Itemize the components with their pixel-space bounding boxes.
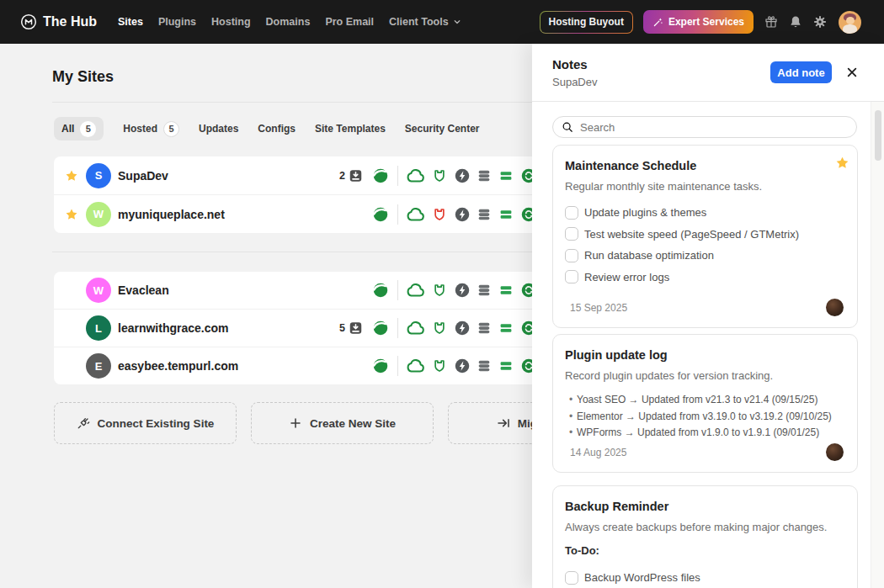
notes-panel-title: Notes	[552, 57, 588, 72]
notes-search[interactable]	[552, 116, 857, 138]
performance-bolt-icon[interactable]	[455, 283, 470, 298]
note-title: Maintenance Schedule	[565, 159, 844, 172]
seo-bars-icon[interactable]	[498, 207, 514, 222]
updates-icon[interactable]	[349, 321, 363, 336]
chevron-down-icon	[452, 17, 462, 27]
hosting-cloud-icon[interactable]	[405, 318, 426, 339]
note-date: 15 Sep 2025	[570, 302, 627, 314]
icon-divider	[397, 356, 398, 376]
bullet-dot: •	[565, 409, 577, 426]
site-name[interactable]: SupaDev	[118, 169, 168, 183]
smush-plugin-icon[interactable]	[373, 168, 388, 183]
checkbox[interactable]	[565, 571, 578, 585]
favorite-star-icon[interactable]	[65, 208, 78, 221]
performance-bolt-icon[interactable]	[455, 168, 470, 183]
nav-item-pro-email[interactable]: Pro Email	[325, 16, 374, 28]
tab-configs[interactable]: Configs	[258, 123, 296, 135]
updates-count: 2	[320, 170, 345, 182]
backups-icon[interactable]	[477, 358, 492, 373]
performance-bolt-icon[interactable]	[455, 358, 470, 373]
site-name[interactable]: easybee.tempurl.com	[118, 359, 238, 373]
security-shield-icon[interactable]	[432, 168, 447, 183]
connect-existing-site-button[interactable]: Connect Existing Site	[54, 402, 237, 444]
notes-panel-subtitle: SupaDev	[552, 76, 597, 88]
note-card-plugin-update-log[interactable]: Plugin update log Record plugin updates …	[552, 334, 858, 473]
gift-icon[interactable]	[764, 15, 778, 29]
checklist-item: Update plugins & themes	[565, 202, 844, 224]
site-name[interactable]: learnwithgrace.com	[118, 321, 229, 335]
tab-hosted[interactable]: Hosted 5	[123, 121, 179, 137]
nav-item-client-tools[interactable]: Client Tools	[389, 16, 462, 28]
checklist-label: Run database optimization	[584, 249, 714, 262]
tab-updates[interactable]: Updates	[199, 123, 238, 135]
bullet-item: •Elementor → Updated from v3.19.0 to v3.…	[565, 409, 844, 426]
checkbox[interactable]	[565, 227, 578, 241]
expert-services-button[interactable]: Expert Services	[643, 10, 754, 34]
seo-bars-icon[interactable]	[498, 320, 514, 336]
create-new-site-label: Create New Site	[310, 417, 396, 430]
tab-all[interactable]: All 5	[54, 117, 104, 140]
close-icon[interactable]	[845, 66, 859, 79]
note-checklist: Update plugins & themes Test website spe…	[565, 202, 844, 288]
security-shield-icon[interactable]	[432, 320, 447, 336]
note-card-maintenance-schedule[interactable]: Maintenance Schedule Regular monthly sit…	[552, 145, 858, 328]
bullet-text: Yoast SEO → Updated from v21.3 to v21.4 …	[577, 392, 817, 409]
checklist-label: Update plugins & themes	[584, 206, 706, 219]
performance-bolt-icon[interactable]	[455, 207, 470, 222]
security-shield-icon[interactable]	[432, 283, 447, 298]
note-card-backup-reminder[interactable]: Backup Reminder Always create backups be…	[552, 485, 858, 588]
tab-all-count: 5	[80, 121, 96, 137]
checkbox[interactable]	[565, 270, 578, 283]
hosting-cloud-icon[interactable]	[405, 204, 426, 225]
notes-search-input[interactable]	[580, 121, 848, 134]
user-avatar[interactable]	[839, 11, 861, 34]
smush-plugin-icon[interactable]	[373, 283, 388, 298]
site-name[interactable]: Evaclean	[118, 283, 169, 297]
checkbox[interactable]	[565, 206, 578, 220]
hosting-cloud-icon[interactable]	[405, 165, 426, 186]
nav-item-plugins[interactable]: Plugins	[158, 16, 196, 28]
backups-icon[interactable]	[477, 283, 492, 298]
smush-plugin-icon[interactable]	[373, 207, 388, 222]
checklist-item: Run database optimization	[565, 245, 844, 267]
note-title: Backup Reminder	[565, 500, 844, 513]
backups-icon[interactable]	[477, 320, 492, 336]
favorite-star-icon[interactable]	[65, 169, 78, 183]
nav-item-domains[interactable]: Domains	[266, 16, 311, 28]
nav-item-client-tools-label: Client Tools	[389, 16, 449, 28]
tab-hosted-count: 5	[163, 121, 179, 137]
note-star-icon[interactable]	[835, 156, 849, 170]
site-name[interactable]: myuniqueplace.net	[118, 208, 225, 221]
hosting-buyout-button[interactable]: Hosting Buyout	[540, 11, 633, 34]
hosting-cloud-icon[interactable]	[405, 356, 426, 377]
smush-plugin-icon[interactable]	[373, 358, 388, 373]
security-shield-icon-alert[interactable]	[432, 207, 447, 222]
icon-divider	[397, 166, 398, 186]
hosting-cloud-icon[interactable]	[405, 280, 426, 301]
performance-bolt-icon[interactable]	[455, 320, 470, 336]
tab-security-center[interactable]: Security Center	[405, 123, 480, 135]
tab-site-templates[interactable]: Site Templates	[315, 123, 386, 135]
backups-icon[interactable]	[477, 168, 492, 183]
create-new-site-button[interactable]: Create New Site	[251, 402, 434, 444]
checkbox[interactable]	[565, 249, 578, 262]
seo-bars-icon[interactable]	[498, 168, 514, 183]
notes-scrollbar[interactable]	[871, 102, 884, 588]
notes-scrollbar-thumb[interactable]	[875, 110, 881, 161]
nav-item-sites[interactable]: Sites	[118, 16, 143, 28]
search-icon	[562, 121, 573, 133]
nav-item-hosting[interactable]: Hosting	[211, 16, 251, 28]
bell-icon[interactable]	[789, 15, 802, 29]
notes-panel-body: Maintenance Schedule Regular monthly sit…	[532, 102, 884, 588]
seo-bars-icon[interactable]	[498, 283, 514, 298]
backups-icon[interactable]	[477, 207, 492, 222]
app-logo[interactable]: The Hub	[20, 13, 97, 30]
smush-plugin-icon[interactable]	[373, 320, 388, 336]
bullet-text: WPForms → Updated from v1.9.0 to v1.9.1 …	[577, 425, 819, 442]
gear-icon[interactable]	[813, 15, 827, 29]
security-shield-icon[interactable]	[432, 358, 447, 373]
add-note-button[interactable]: Add note	[770, 61, 832, 83]
updates-icon[interactable]	[349, 168, 363, 183]
bullet-dot: •	[565, 392, 577, 409]
seo-bars-icon[interactable]	[498, 358, 514, 373]
